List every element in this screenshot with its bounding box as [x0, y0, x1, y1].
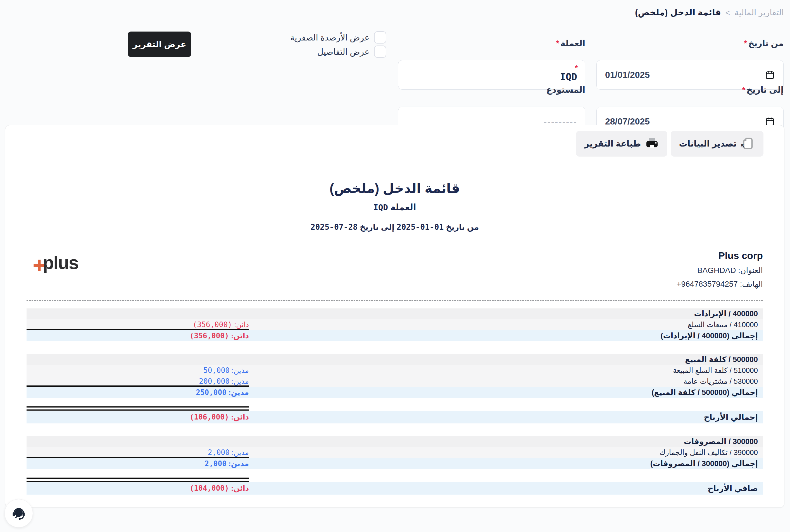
printer-icon — [645, 137, 659, 151]
total-rule — [26, 385, 249, 387]
plus-logo-word: plus — [43, 252, 78, 273]
double-rule — [26, 478, 249, 482]
breadcrumb: التقارير المالية < قائمة الدخل (ملخص) — [635, 7, 784, 18]
zero-balances-checkbox-row: عرض الأرصدة الصفرية — [290, 31, 386, 43]
report-card: XLS تصدير البيانات طباعة التقرير قائمة ا… — [5, 125, 785, 508]
section-revenues: 400000 / الإيرادات 410000 / مبيعات السلع… — [26, 308, 763, 341]
section-total-row: إجمالي (500000 / كلفة المبيع) مدين: 250,… — [26, 387, 763, 398]
zero-balances-checkbox[interactable] — [374, 31, 386, 43]
show-details-label: عرض التفاصيل — [317, 47, 370, 57]
section-expenses: 300000 / المصروفات 390000 / تكاليف النقل… — [26, 436, 763, 469]
company-phone: الهاتف: +9647835794257 — [26, 279, 763, 289]
section-header-row: 300000 / المصروفات — [26, 436, 763, 447]
zero-balances-label: عرض الأرصدة الصفرية — [290, 33, 370, 42]
account-row: 510000 / كلفة السلع المبيعة مدين: 50,000 — [26, 365, 763, 376]
to-date-label: إلى تاريخ* — [742, 85, 784, 95]
calendar-icon[interactable] — [765, 70, 775, 80]
view-report-button[interactable]: عرض التقرير — [128, 32, 191, 57]
section-total-row: إجمالي (300000 / المصروفات) مدين: 2,000 — [26, 458, 763, 469]
from-date-label: من تاريخ* — [744, 38, 784, 48]
warehouse-label: المستودع — [546, 85, 585, 95]
page-title: قائمة الدخل (ملخص) — [635, 7, 721, 18]
gross-profit-row: إجمالي الأرباح دائن: (106,000) — [26, 411, 763, 423]
double-rule — [26, 406, 249, 411]
currency-label: العملة* — [556, 38, 585, 48]
breadcrumb-parent[interactable]: التقارير المالية — [734, 7, 784, 17]
company-name: Plus corp — [26, 250, 763, 261]
total-rule — [26, 457, 249, 458]
svg-text:XLS: XLS — [740, 144, 744, 149]
currency-value: IQD — [560, 71, 577, 82]
report-title: قائمة الدخل (ملخص) — [26, 180, 763, 196]
report-content: قائمة الدخل (ملخص) العملة IQD من تاريخ 2… — [5, 180, 784, 495]
page: التقارير المالية < قائمة الدخل (ملخص) من… — [0, 0, 790, 532]
company-logo: + plus — [33, 252, 78, 273]
section-header-row: 500000 / كلفة المبيع — [26, 354, 763, 365]
section-header-row: 400000 / الإيرادات — [26, 308, 763, 319]
report-currency-line: العملة IQD — [26, 202, 763, 212]
net-profit-row: صافي الأرباح دائن: (104,000) — [26, 482, 763, 495]
export-data-button[interactable]: XLS تصدير البيانات — [671, 131, 764, 157]
from-date-value: 01/01/2025 — [605, 70, 650, 80]
company-address: العنوان: BAGHDAD — [26, 266, 763, 275]
show-details-checkbox[interactable] — [374, 45, 386, 58]
company-block: Plus corp العنوان: BAGHDAD الهاتف: +9647… — [26, 250, 763, 289]
section-cost-of-sales: 500000 / كلفة المبيع 510000 / كلفة السلع… — [26, 354, 763, 398]
section-total-row: إجمالي (400000 / الإيرادات) دائن: (356,0… — [26, 330, 763, 341]
report-toolbar: XLS تصدير البيانات طباعة التقرير — [5, 125, 784, 162]
support-chat-button[interactable] — [4, 499, 33, 528]
breadcrumb-separator-icon: < — [725, 8, 730, 17]
dashed-divider — [26, 300, 763, 301]
print-report-button[interactable]: طباعة التقرير — [576, 131, 667, 157]
xls-file-icon: XLS — [740, 136, 755, 151]
report-currency-code: IQD — [373, 203, 388, 212]
report-date-range: من تاريخ 2025-01-01 إلى تاريخ 2025-07-28 — [26, 223, 763, 232]
show-details-checkbox-row: عرض التفاصيل — [317, 45, 386, 58]
currency-required-star: * — [575, 64, 578, 72]
headset-chat-icon — [11, 506, 26, 521]
total-rule — [26, 329, 249, 330]
income-statement-table: 400000 / الإيرادات 410000 / مبيعات السلع… — [26, 308, 763, 495]
